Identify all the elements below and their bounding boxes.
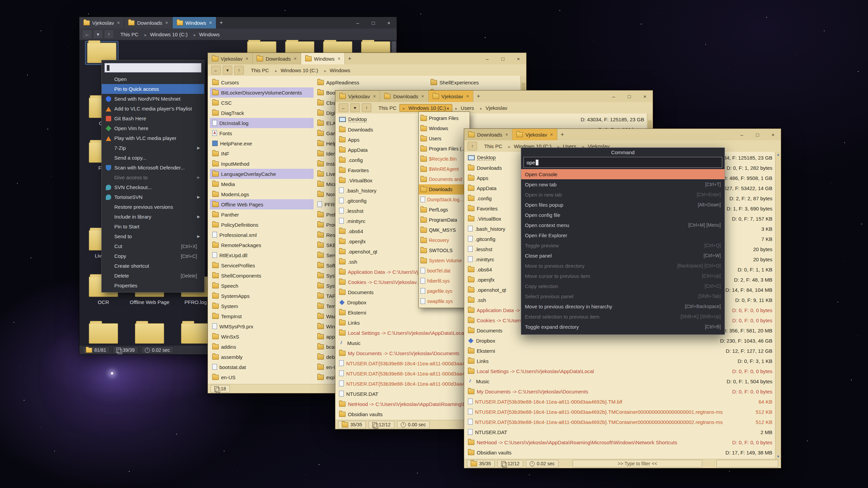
dropdown-item[interactable]: Recovery bbox=[419, 235, 470, 245]
tab[interactable]: Windows bbox=[301, 53, 345, 64]
breadcrumb-item[interactable]: Windows 10 (C:) bbox=[399, 104, 452, 112]
file-row[interactable]: Links D: 0, F: 3, 1 KB bbox=[466, 356, 775, 366]
tab-close-icon[interactable] bbox=[373, 94, 376, 99]
new-tab-button[interactable] bbox=[345, 53, 355, 64]
context-menu-item[interactable]: Create shortcut bbox=[102, 261, 204, 271]
file-row[interactable]: Panther bbox=[210, 209, 314, 220]
file-row[interactable]: ShellComponents bbox=[210, 270, 314, 281]
tab[interactable]: Vjekoslav bbox=[429, 90, 473, 102]
file-row[interactable]: NTUSER.DAT 2 MB bbox=[466, 427, 775, 437]
up-button[interactable] bbox=[234, 66, 244, 75]
dropdown-item[interactable]: $WinREAgent bbox=[419, 164, 470, 174]
command-item[interactable]: Open files popup [Alt+Down] bbox=[521, 200, 725, 210]
scroll-down-button[interactable] bbox=[775, 454, 781, 459]
breadcrumb-item[interactable]: This PC bbox=[375, 104, 399, 111]
file-row[interactable]: PolicyDefinitions bbox=[210, 220, 314, 230]
command-item[interactable]: Open File Explorer bbox=[521, 230, 725, 240]
context-menu-item[interactable]: Send to ▶ bbox=[102, 231, 204, 241]
dropdown-item[interactable]: PerfLogs bbox=[419, 205, 470, 215]
tab[interactable]: Vjekoslav bbox=[335, 90, 380, 102]
maximize-button[interactable] bbox=[622, 90, 637, 102]
file-row[interactable]: Media bbox=[210, 179, 314, 189]
context-menu-item[interactable]: Copy [Ctrl+C] bbox=[102, 251, 204, 261]
breadcrumb-item[interactable]: Users bbox=[452, 104, 477, 111]
back-button[interactable] bbox=[83, 30, 92, 38]
file-row[interactable]: HelpPane.exe bbox=[210, 138, 314, 148]
context-menu-item[interactable]: Play with VLC media player bbox=[102, 133, 204, 143]
minimize-button[interactable] bbox=[479, 53, 495, 64]
maximize-button[interactable] bbox=[750, 129, 765, 140]
context-menu-item[interactable]: Open bbox=[102, 74, 204, 84]
breadcrumb-item[interactable]: This PC bbox=[481, 143, 505, 150]
up-button[interactable] bbox=[362, 103, 371, 112]
file-row[interactable]: Eksterni D: 12, F: 127, 12 GB bbox=[466, 346, 775, 356]
context-menu-item[interactable]: Send with NordVPN Meshnet bbox=[102, 94, 204, 104]
minimize-button[interactable] bbox=[350, 17, 366, 28]
dropdown-item[interactable]: hiberfil.sys bbox=[419, 276, 470, 286]
folder-tile[interactable]: Polic bbox=[82, 323, 125, 346]
command-item[interactable]: Select previous panel [Shift+Tab] bbox=[521, 291, 725, 301]
breadcrumb-item[interactable]: This PC bbox=[248, 67, 272, 74]
dropdown-item[interactable]: $Recycle.Bin bbox=[419, 154, 470, 164]
file-row[interactable]: ModemLogs bbox=[210, 189, 314, 199]
file-row[interactable]: RtlExUpd.dll bbox=[210, 250, 314, 260]
tab-close-icon[interactable] bbox=[117, 20, 120, 25]
file-row[interactable]: TempInst bbox=[210, 311, 314, 321]
history-dropdown-button[interactable] bbox=[223, 66, 232, 75]
dropdown-item[interactable]: Windows bbox=[419, 123, 470, 134]
dropdown-item[interactable]: bootTel.dat bbox=[419, 266, 470, 276]
tab[interactable]: Downloads bbox=[380, 90, 428, 102]
dropdown-item[interactable]: ProgramData bbox=[419, 215, 470, 225]
breadcrumb-item[interactable]: Windows bbox=[321, 67, 353, 74]
command-item[interactable]: Extend selection to previous item [Shift… bbox=[521, 311, 725, 322]
history-dropdown-button[interactable] bbox=[94, 30, 102, 38]
close-button[interactable] bbox=[511, 53, 526, 64]
context-menu-item[interactable]: 7-Zip ▶ bbox=[102, 143, 204, 153]
command-item[interactable]: Move to previous directory [Backspace] [… bbox=[521, 261, 725, 271]
file-row[interactable]: DtcInstall.log bbox=[210, 118, 314, 128]
file-row[interactable]: Speech bbox=[210, 281, 314, 291]
maximize-button[interactable] bbox=[495, 53, 511, 64]
command-item[interactable]: Open Console bbox=[521, 169, 725, 179]
back-button[interactable] bbox=[339, 103, 348, 112]
vertical-scrollbar[interactable] bbox=[775, 152, 781, 459]
dropdown-item[interactable]: DumpStack.log... bbox=[419, 195, 470, 205]
minimize-button[interactable] bbox=[734, 129, 750, 140]
context-menu-item[interactable]: Cut [Ctrl+X] bbox=[102, 241, 204, 251]
file-row[interactable]: BitLockerDiscoveryVolumeContents bbox=[210, 87, 314, 98]
context-menu-item[interactable]: Pin to Start bbox=[102, 222, 204, 231]
dropdown-item[interactable]: System Volume ... bbox=[419, 256, 470, 266]
breadcrumb-item[interactable]: Windows 10 (C:) bbox=[272, 67, 321, 74]
command-item[interactable]: Close panel [Ctrl+W] bbox=[521, 250, 725, 261]
dropdown-item[interactable]: swapfile.sys bbox=[419, 296, 470, 306]
file-row[interactable]: Offline Web Pages bbox=[210, 199, 314, 209]
context-menu-item[interactable]: Delete [Delete] bbox=[102, 271, 204, 281]
folder-tile[interactable]: Prefe bbox=[128, 323, 171, 346]
file-row[interactable]: My Documents -> C:\Users\Vjekoslav\Docum… bbox=[466, 386, 775, 396]
tab[interactable]: Vjekoslav bbox=[79, 17, 124, 28]
command-item[interactable]: Copy selection [Ctrl+C] bbox=[521, 281, 725, 291]
tab-close-icon[interactable] bbox=[421, 94, 424, 99]
breadcrumb-item[interactable]: This PC bbox=[117, 31, 141, 38]
tab-close-icon[interactable] bbox=[338, 56, 340, 61]
file-row[interactable]: Obsidian vaults D: 17, F: 149, 38 MB bbox=[466, 447, 775, 458]
dropdown-item[interactable]: pagefile.sys bbox=[419, 286, 470, 296]
context-menu-item[interactable]: TortoiseSVN ▶ bbox=[102, 192, 204, 202]
file-row[interactable]: WMSysPr9.prx bbox=[210, 321, 314, 331]
file-row[interactable]: NetHood -> C:\Users\Vjekoslav\AppData\Ro… bbox=[466, 437, 775, 447]
file-row[interactable]: ServiceProfiles bbox=[210, 260, 314, 270]
tab[interactable]: Downloads bbox=[124, 17, 172, 28]
command-item[interactable]: Toggle expand directory [Ctrl+B] bbox=[521, 322, 725, 332]
new-tab-button[interactable] bbox=[473, 90, 483, 102]
file-row[interactable]: InputMethod bbox=[210, 159, 314, 169]
new-tab-button[interactable] bbox=[557, 129, 567, 140]
file-row[interactable]: bootstat.dat bbox=[210, 362, 314, 372]
minimize-button[interactable] bbox=[606, 90, 622, 102]
file-row[interactable]: Fonts bbox=[210, 128, 314, 138]
breadcrumb-item[interactable]: Windows 10 (C:) bbox=[141, 31, 191, 38]
file-row[interactable]: Local Settings -> C:\Users\Vjekoslav\App… bbox=[466, 366, 775, 376]
command-item[interactable]: Open new tab [Ctrl+T] bbox=[521, 179, 725, 189]
file-row[interactable]: System bbox=[210, 301, 314, 311]
command-item[interactable]: Move cursor to previous item [Ctrl+Up] bbox=[521, 271, 725, 281]
scroll-up-button[interactable] bbox=[775, 152, 781, 157]
